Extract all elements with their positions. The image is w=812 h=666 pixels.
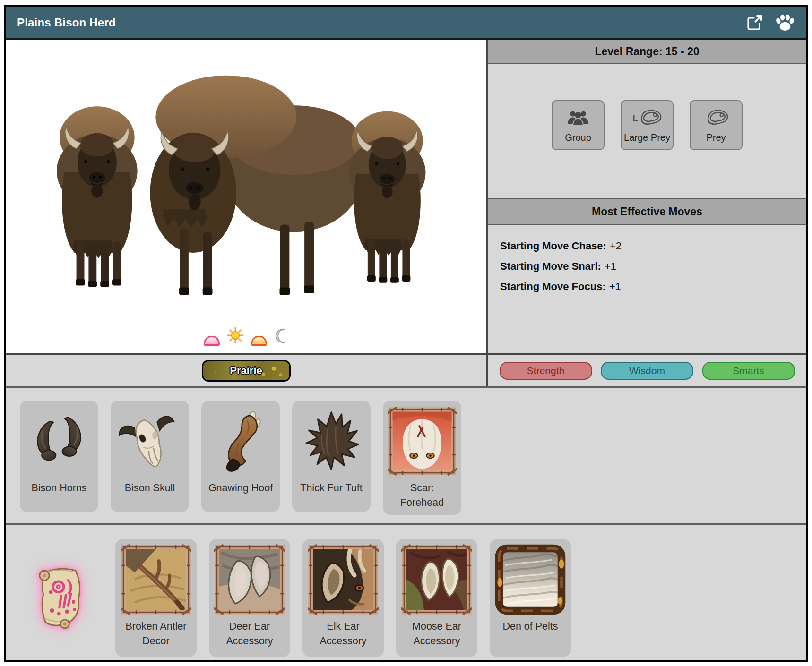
item-card-scar-forehead[interactable]: Scar: Forehead xyxy=(383,401,461,515)
item-label: Scar: Forehead xyxy=(397,481,447,510)
habitat-badge-prairie[interactable]: Prairie xyxy=(202,360,291,382)
item-label: Deer Ear Accessory xyxy=(212,619,287,649)
external-link-icon[interactable] xyxy=(746,14,763,31)
item-label: Bison Skull xyxy=(113,481,186,495)
stat-pill-wisdom[interactable]: Wisdom xyxy=(601,362,693,380)
day-icon xyxy=(227,327,244,346)
bison-herd-illustration xyxy=(40,56,453,318)
item-card-bison-skull[interactable]: Bison Skull xyxy=(111,401,189,512)
level-range-header: Level Range: 15 - 20 xyxy=(488,40,806,64)
stat-pill-strength[interactable]: Strength xyxy=(500,362,592,380)
item-card-bison-horns[interactable]: Bison Horns xyxy=(20,401,98,512)
tag-prey-button[interactable]: Prey xyxy=(690,100,743,150)
stat-pills-area: Strength Wisdom Smarts xyxy=(486,355,806,386)
item-card-thick-fur-tuft[interactable]: Thick Fur Tuft xyxy=(292,401,371,512)
item-card-broken-antler-decor[interactable]: Broken Antler Decor xyxy=(115,539,197,657)
bison-skull-image xyxy=(113,405,186,477)
item-label: Elk Ear Accessory xyxy=(305,619,381,649)
item-label: Moose Ear Accessory xyxy=(399,619,475,649)
pink-scroll-icon xyxy=(25,547,95,647)
title-bar: Plains Bison Herd xyxy=(6,7,806,40)
group-icon xyxy=(567,107,589,128)
dusk-icon xyxy=(251,336,267,346)
most-effective-moves-header: Most Effective Moves xyxy=(488,198,806,225)
moves-list: Starting Move Chase:+2 Starting Move Sna… xyxy=(488,225,806,353)
moose-ear-accessory-image xyxy=(399,544,475,615)
time-of-day-row xyxy=(6,327,486,346)
tag-group-button[interactable]: Group xyxy=(552,100,605,150)
drops-section: Bison Horns Bison Skull xyxy=(6,386,806,523)
habitat-area: Prairie xyxy=(6,355,486,386)
page-title: Plains Bison Herd xyxy=(17,16,116,29)
large-steak-icon: L xyxy=(633,107,662,128)
paw-icon[interactable] xyxy=(775,14,795,31)
elk-ear-accessory-image xyxy=(305,544,381,615)
tag-label: Group xyxy=(565,132,591,143)
item-card-gnawing-hoof[interactable]: Gnawing Hoof xyxy=(201,401,280,512)
item-label: Den of Pelts xyxy=(492,619,568,634)
item-card-elk-ear-accessory[interactable]: Elk Ear Accessory xyxy=(302,539,384,657)
creature-page: Plains Bison Herd xyxy=(4,5,808,662)
item-card-moose-ear-accessory[interactable]: Moose Ear Accessory xyxy=(396,539,477,657)
stat-pill-smarts[interactable]: Smarts xyxy=(702,362,795,380)
move-line: Starting Move Snarl:+1 xyxy=(500,260,798,273)
tag-label: Large Prey xyxy=(624,132,670,143)
unlocks-section: Broken Antler Decor Deer Ea xyxy=(6,523,806,660)
info-panel: Level Range: 15 - 20 Group xyxy=(486,40,806,353)
item-card-deer-ear-accessory[interactable]: Deer Ear Accessory xyxy=(209,539,290,657)
tags-area: Group L Large Prey xyxy=(488,64,806,198)
scar-forehead-image xyxy=(386,405,458,477)
item-label: Thick Fur Tuft xyxy=(295,481,368,495)
deer-ear-accessory-image xyxy=(212,544,287,615)
tag-large-prey-button[interactable]: L Large Prey xyxy=(621,100,674,150)
item-card-den-of-pelts[interactable]: Den of Pelts xyxy=(490,539,571,657)
move-line: Starting Move Focus:+1 xyxy=(500,281,798,293)
tag-label: Prey xyxy=(706,132,726,143)
dawn-icon xyxy=(204,336,220,346)
item-label: Bison Horns xyxy=(23,481,95,495)
night-icon xyxy=(274,328,288,346)
den-of-pelts-image xyxy=(492,544,568,615)
item-label: Broken Antler Decor xyxy=(118,619,194,649)
gnawing-hoof-image xyxy=(204,405,277,477)
steak-icon xyxy=(704,107,728,128)
thick-fur-tuft-image xyxy=(295,405,368,477)
bison-horns-image xyxy=(23,405,95,477)
move-line: Starting Move Chase:+2 xyxy=(500,240,798,252)
broken-antler-decor-image xyxy=(118,544,194,615)
creature-artwork-area xyxy=(6,40,486,353)
item-label: Gnawing Hoof xyxy=(204,481,277,495)
